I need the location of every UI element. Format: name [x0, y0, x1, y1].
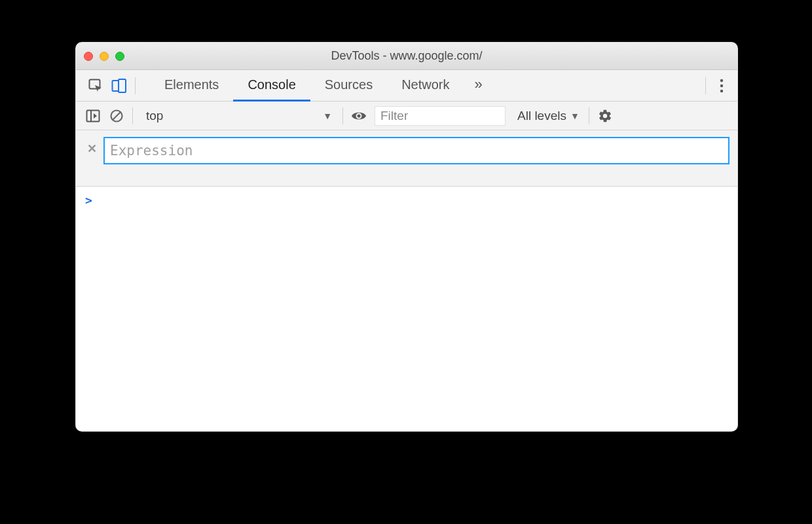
tab-console[interactable]: Console [233, 70, 310, 102]
tab-sources[interactable]: Sources [310, 70, 387, 102]
execution-context-label: top [146, 109, 163, 123]
tab-network[interactable]: Network [387, 70, 464, 102]
devtools-tabs-bar: Elements Console Sources Network » [76, 70, 737, 102]
filter-input[interactable] [375, 106, 506, 126]
window-title: DevTools - www.google.com/ [76, 49, 737, 63]
svg-point-5 [720, 89, 723, 92]
chevron-down-icon: ▼ [323, 111, 332, 121]
svg-line-9 [113, 112, 120, 120]
separator [132, 107, 133, 124]
console-prompt-caret: > [85, 193, 92, 207]
svg-rect-6 [87, 110, 100, 121]
settings-gear-icon[interactable] [593, 104, 617, 128]
svg-point-11 [358, 114, 361, 117]
traffic-lights [84, 52, 124, 61]
console-output[interactable]: > [76, 187, 737, 431]
svg-point-3 [720, 79, 723, 81]
chevron-double-right-icon: » [475, 76, 483, 93]
log-levels-selector[interactable]: All levels ▼ [517, 109, 580, 123]
separator [135, 77, 136, 94]
svg-point-4 [720, 84, 723, 86]
svg-rect-2 [119, 79, 126, 92]
devtools-window: DevTools - www.google.com/ Elements Cons… [75, 42, 738, 432]
device-toolbar-icon[interactable] [107, 74, 131, 98]
separator [705, 77, 706, 94]
console-toolbar: top ▼ All levels ▼ [76, 102, 737, 130]
log-levels-label: All levels [517, 109, 566, 123]
zoom-window-button[interactable] [115, 52, 124, 61]
inspect-element-icon[interactable] [84, 74, 107, 98]
execution-context-selector[interactable]: top ▼ [139, 106, 336, 126]
minimize-window-button[interactable] [100, 52, 109, 61]
close-expression-icon[interactable]: ✕ [84, 140, 100, 158]
more-tabs-button[interactable]: » [464, 70, 493, 102]
live-expression-input[interactable] [103, 137, 729, 164]
live-expression-eye-icon[interactable] [347, 104, 371, 128]
live-expression-bar: ✕ [76, 130, 737, 187]
panel-tabs: Elements Console Sources Network » [150, 70, 701, 102]
titlebar: DevTools - www.google.com/ [76, 43, 737, 70]
chevron-down-icon: ▼ [570, 111, 580, 121]
close-window-button[interactable] [84, 52, 93, 61]
separator [342, 107, 343, 124]
separator [589, 107, 589, 124]
clear-console-icon[interactable] [105, 104, 128, 128]
toggle-sidebar-icon[interactable] [81, 104, 105, 128]
tab-elements[interactable]: Elements [150, 70, 233, 102]
kebab-menu-icon[interactable] [710, 74, 733, 98]
